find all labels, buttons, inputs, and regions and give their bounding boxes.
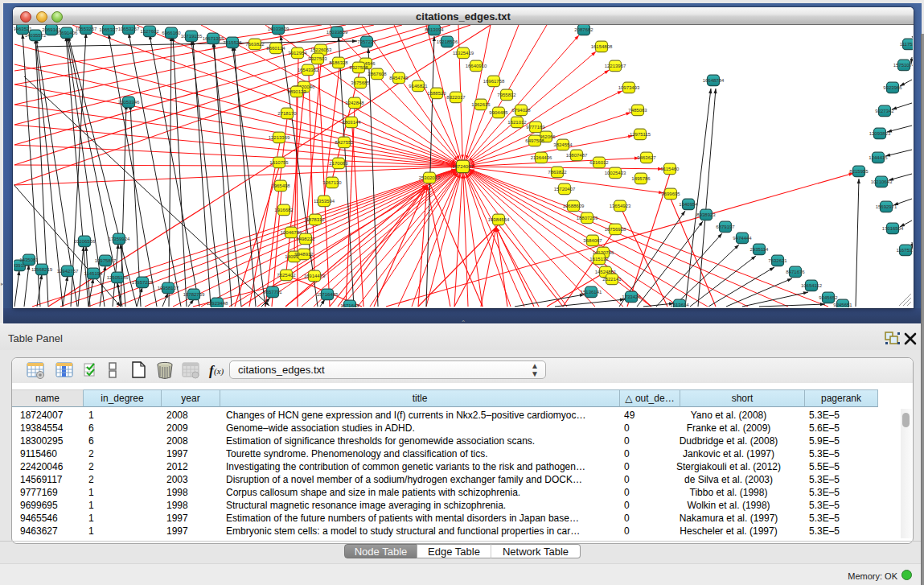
svg-text:9948912: 9948912	[294, 252, 314, 257]
svg-text:3675685: 3675685	[351, 80, 370, 85]
svg-text:9323966: 9323966	[883, 85, 902, 90]
svg-text:9327503: 9327503	[308, 56, 327, 61]
svg-text:9245652: 9245652	[819, 295, 838, 300]
svg-text:7625402: 7625402	[277, 273, 296, 278]
svg-text:12093823: 12093823	[869, 131, 891, 136]
svg-text:7357227: 7357227	[357, 39, 376, 44]
svg-text:16961758: 16961758	[483, 79, 505, 84]
svg-text:1527602: 1527602	[140, 29, 159, 34]
svg-text:20053346: 20053346	[118, 100, 140, 105]
svg-text:15751074: 15751074	[893, 63, 913, 68]
svg-text:16914479: 16914479	[304, 274, 326, 278]
svg-text:7515526: 7515526	[223, 40, 242, 45]
svg-text:2803144: 2803144	[342, 120, 361, 125]
svg-text:15720407: 15720407	[554, 187, 576, 192]
svg-text:13654923: 13654923	[610, 204, 631, 208]
svg-text:10688609: 10688609	[563, 204, 585, 208]
svg-text:1965498: 1965498	[271, 183, 290, 188]
svg-text:1244415: 1244415	[869, 155, 888, 160]
svg-text:3267130: 3267130	[322, 180, 342, 185]
svg-text:17016504: 17016504	[882, 226, 904, 231]
svg-text:6879197: 6879197	[716, 225, 735, 229]
svg-text:10553267: 10553267	[76, 27, 97, 31]
svg-text:9245651: 9245651	[833, 303, 852, 307]
svg-text:19218506: 19218506	[437, 39, 458, 44]
svg-text:18724007: 18724007	[452, 164, 474, 169]
svg-text:12975115: 12975115	[630, 132, 651, 137]
svg-text:2718170: 2718170	[277, 111, 297, 116]
svg-text:1167533: 1167533	[897, 248, 913, 253]
svg-text:18807269: 18807269	[577, 216, 598, 220]
svg-text:15136141: 15136141	[581, 290, 602, 295]
svg-text:17359924: 17359924	[109, 237, 130, 241]
svg-text:10975867: 10975867	[95, 258, 117, 263]
svg-text:1610755: 1610755	[269, 160, 289, 165]
svg-text:16782759: 16782759	[183, 292, 205, 297]
svg-text:1435081: 1435081	[19, 257, 39, 262]
svg-text:9474444: 9474444	[733, 236, 752, 241]
svg-text:16671355: 16671355	[203, 36, 224, 41]
svg-text:3684067: 3684067	[583, 238, 602, 243]
svg-text:8938923: 8938923	[696, 212, 716, 217]
svg-text:1621012: 1621012	[507, 120, 527, 125]
svg-text:6497508: 6497508	[525, 138, 544, 143]
svg-text:9657791: 9657791	[263, 290, 282, 295]
svg-text:8813094: 8813094	[425, 27, 444, 32]
svg-text:14035572: 14035572	[25, 33, 47, 38]
svg-text:1145194: 1145194	[84, 271, 104, 276]
svg-text:9463627: 9463627	[637, 155, 656, 160]
svg-text:11568219: 11568219	[31, 267, 53, 272]
svg-text:1362615: 1362615	[471, 102, 491, 107]
svg-text:7955812: 7955812	[497, 93, 516, 97]
svg-text:6966160: 6966160	[162, 31, 181, 35]
svg-text:5878312: 5878312	[306, 217, 325, 222]
svg-text:9890123: 9890123	[287, 89, 306, 94]
svg-text:2935114: 2935114	[750, 247, 770, 252]
svg-text:10653267: 10653267	[118, 27, 140, 31]
svg-text:15692971: 15692971	[876, 204, 897, 209]
svg-text:16640910: 16640910	[466, 64, 487, 68]
svg-text:(x): (x)	[214, 366, 224, 377]
svg-text:1640954: 1640954	[679, 202, 698, 207]
svg-text:15226053: 15226053	[310, 47, 332, 52]
svg-text:5498222: 5498222	[296, 237, 315, 241]
svg-text:1571648: 1571648	[340, 303, 359, 307]
svg-text:12505185: 12505185	[107, 275, 129, 280]
svg-text:3912954: 3912954	[288, 51, 307, 56]
svg-text:2522141: 2522141	[602, 277, 622, 282]
svg-text:21364436: 21364436	[531, 155, 552, 160]
svg-text:10973493: 10973493	[618, 85, 640, 90]
svg-text:18033809: 18033809	[326, 30, 348, 35]
svg-text:9327508: 9327508	[349, 65, 368, 70]
svg-text:2170063: 2170063	[329, 161, 348, 166]
svg-text:11353594: 11353594	[314, 199, 335, 204]
svg-text:7663822: 7663822	[245, 42, 265, 47]
svg-text:8427552: 8427552	[335, 140, 354, 145]
svg-text:12923448: 12923448	[207, 301, 228, 306]
svg-text:16033809: 16033809	[268, 27, 290, 31]
svg-text:7863822: 7863822	[548, 170, 567, 175]
svg-text:8322017: 8322017	[446, 95, 466, 100]
svg-text:9146821: 9146821	[409, 84, 428, 89]
svg-text:1513614: 1513614	[670, 303, 689, 307]
svg-text:9115460: 9115460	[661, 167, 680, 171]
svg-text:8471676: 8471676	[786, 270, 805, 274]
svg-text:12213967: 12213967	[605, 64, 626, 68]
svg-text:9242848: 9242848	[345, 101, 364, 105]
svg-text:10025433: 10025433	[605, 171, 626, 175]
svg-text:11325419: 11325419	[453, 51, 474, 56]
svg-text:2087682: 2087682	[574, 27, 593, 32]
svg-text:7632621: 7632621	[768, 258, 787, 263]
svg-text:25302013: 25302013	[419, 175, 441, 180]
svg-text:8454749: 8454749	[389, 76, 409, 80]
svg-text:1733426: 1733426	[622, 295, 641, 299]
svg-text:10958107: 10958107	[158, 286, 179, 290]
svg-text:1615132: 1615132	[589, 257, 609, 262]
svg-text:10046786: 10046786	[281, 230, 302, 235]
svg-text:1117534: 1117534	[900, 42, 913, 47]
svg-text:1495786: 1495786	[631, 176, 651, 181]
svg-text:12213369: 12213369	[269, 135, 290, 140]
svg-text:8186328: 8186328	[329, 60, 348, 65]
svg-text:15716485: 15716485	[317, 292, 339, 297]
svg-text:9699695: 9699695	[661, 192, 680, 196]
